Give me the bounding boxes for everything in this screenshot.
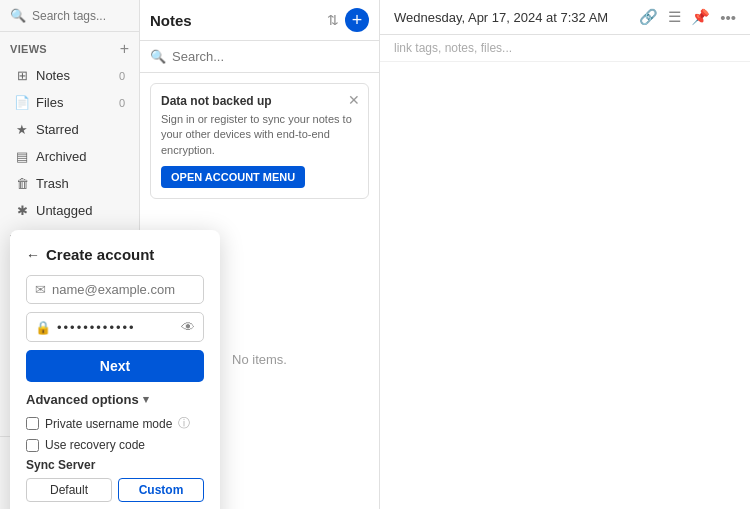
trash-icon: 🗑: [14, 176, 30, 191]
main-search-hint: link tags, notes, files...: [380, 35, 750, 62]
private-username-checkbox[interactable]: [26, 417, 39, 430]
email-input[interactable]: [52, 282, 195, 297]
main-header: Wednesday, Apr 17, 2024 at 7:32 AM 🔗 ☰ 📌…: [380, 0, 750, 35]
lock-icon: 🔒: [35, 320, 51, 335]
views-label: Views: [10, 43, 47, 55]
private-username-row: Private username mode ⓘ: [26, 415, 204, 432]
archived-icon: ▤: [14, 149, 30, 164]
notes-search-bar[interactable]: 🔍: [140, 41, 379, 73]
sidebar-item-starred[interactable]: ★ Starred: [4, 117, 135, 142]
link-icon[interactable]: 🔗: [639, 8, 658, 26]
password-input[interactable]: [57, 320, 175, 335]
sort-icon[interactable]: ⇅: [327, 12, 339, 28]
create-account-dialog: ← Create account ✉ 🔒 👁 Next Advanced opt…: [10, 230, 220, 509]
files-icon: 📄: [14, 95, 30, 110]
notes-panel-header: Notes ⇅ +: [140, 0, 379, 41]
menu-icon[interactable]: ☰: [668, 8, 681, 26]
sidebar-item-starred-label: Starred: [36, 122, 125, 137]
notes-panel-title: Notes: [150, 12, 321, 29]
advanced-options-label: Advanced options: [26, 392, 139, 407]
notes-search-icon: 🔍: [150, 49, 166, 64]
sidebar-search-input[interactable]: [32, 9, 129, 23]
sync-server-label: Sync Server: [26, 458, 204, 472]
main-panel: Wednesday, Apr 17, 2024 at 7:32 AM 🔗 ☰ 📌…: [380, 0, 750, 509]
sync-default-button[interactable]: Default: [26, 478, 112, 502]
sidebar-item-notes-label: Notes: [36, 68, 113, 83]
sidebar-item-archived[interactable]: ▤ Archived: [4, 144, 135, 169]
main-body: [380, 62, 750, 509]
main-date: Wednesday, Apr 17, 2024 at 7:32 AM: [394, 10, 608, 25]
sidebar-item-archived-label: Archived: [36, 149, 125, 164]
add-view-icon[interactable]: +: [120, 40, 129, 58]
untagged-icon: ✱: [14, 203, 30, 218]
recovery-code-label: Use recovery code: [45, 438, 145, 452]
advanced-options-toggle[interactable]: Advanced options ▾: [26, 392, 204, 407]
sidebar-item-files[interactable]: 📄 Files 0: [4, 90, 135, 115]
add-note-button[interactable]: +: [345, 8, 369, 32]
recovery-code-checkbox[interactable]: [26, 439, 39, 452]
chevron-down-icon: ▾: [143, 393, 149, 406]
backup-banner-close-button[interactable]: ✕: [348, 92, 360, 108]
email-icon: ✉: [35, 282, 46, 297]
backup-banner-text: Sign in or register to sync your notes t…: [161, 112, 358, 158]
search-icon: 🔍: [10, 8, 26, 23]
views-section-header: Views +: [0, 32, 139, 62]
next-button[interactable]: Next: [26, 350, 204, 382]
private-username-info-icon[interactable]: ⓘ: [178, 415, 190, 432]
notes-icon: ⊞: [14, 68, 30, 83]
pin-icon[interactable]: 📌: [691, 8, 710, 26]
main-header-actions: 🔗 ☰ 📌 •••: [639, 8, 736, 26]
backup-banner: Data not backed up Sign in or register t…: [150, 83, 369, 199]
sidebar-item-notes-count: 0: [119, 70, 125, 82]
sidebar-search-bar[interactable]: 🔍: [0, 0, 139, 32]
sync-server-options: Default Custom: [26, 478, 204, 502]
email-field-container[interactable]: ✉: [26, 275, 204, 304]
notes-search-input[interactable]: [172, 49, 369, 64]
toggle-password-button[interactable]: 👁: [181, 319, 195, 335]
dialog-back-button[interactable]: ← Create account: [26, 246, 204, 263]
more-icon[interactable]: •••: [720, 9, 736, 26]
backup-banner-title: Data not backed up: [161, 94, 358, 108]
sidebar-item-trash-label: Trash: [36, 176, 125, 191]
sidebar-item-trash[interactable]: 🗑 Trash: [4, 171, 135, 196]
private-username-label: Private username mode: [45, 417, 172, 431]
sidebar-item-untagged-label: Untagged: [36, 203, 125, 218]
sidebar-item-files-count: 0: [119, 97, 125, 109]
password-field-container[interactable]: 🔒 👁: [26, 312, 204, 342]
open-account-menu-button[interactable]: OPEN ACCOUNT MENU: [161, 166, 305, 188]
sidebar-item-files-label: Files: [36, 95, 113, 110]
starred-icon: ★: [14, 122, 30, 137]
dialog-title: Create account: [46, 246, 154, 263]
sync-custom-button[interactable]: Custom: [118, 478, 204, 502]
sidebar-item-untagged[interactable]: ✱ Untagged: [4, 198, 135, 223]
back-arrow-icon: ←: [26, 247, 40, 263]
sidebar-item-notes[interactable]: ⊞ Notes 0: [4, 63, 135, 88]
recovery-code-row: Use recovery code: [26, 438, 204, 452]
